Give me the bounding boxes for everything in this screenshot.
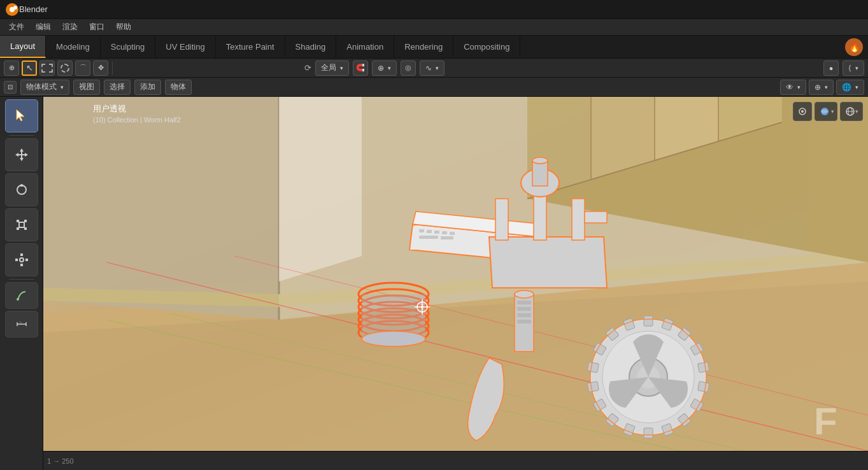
shading-icon xyxy=(818,106,831,117)
toolbar-sep-1 xyxy=(112,62,113,75)
app-title: Blender xyxy=(19,4,48,14)
menu-edit[interactable]: 编辑 xyxy=(31,20,56,34)
annotate-icon xyxy=(15,289,28,302)
menu-file[interactable]: 文件 xyxy=(4,20,29,34)
svg-point-2 xyxy=(13,6,17,10)
title-bar: Blender xyxy=(0,0,868,19)
lasso-select-btn[interactable]: ⌒ xyxy=(75,61,90,76)
menu-window[interactable]: 窗口 xyxy=(84,20,110,34)
viewport-shading-btn2[interactable]: ▾ xyxy=(815,102,837,121)
viewport-overlay-btn[interactable]: ▾ xyxy=(840,102,863,121)
viewport-overlay-top-right: ▾ ▾ xyxy=(793,102,863,121)
overlay-dropdown[interactable]: 🌐 ▾ xyxy=(836,80,864,95)
tool-rotate[interactable] xyxy=(5,173,38,206)
object-menu-btn[interactable]: 物体 xyxy=(165,80,192,95)
svg-point-114 xyxy=(801,110,804,113)
toolbar-right: ● ⟨ ▾ xyxy=(823,61,864,76)
scene-svg: F xyxy=(43,97,868,451)
workspace-tabs-right: 🔥 xyxy=(845,36,868,58)
menu-help[interactable]: 帮助 xyxy=(111,20,136,34)
snap-dropdown[interactable]: ⊕ ▾ xyxy=(372,61,397,76)
tab-modeling[interactable]: Modeling xyxy=(46,36,101,58)
gizmo-dropdown[interactable]: ⊕ ▾ xyxy=(809,80,834,95)
viewport-3d[interactable]: F 用户透视 (10) Collection | Worm Half2 xyxy=(43,97,868,451)
svg-rect-18 xyxy=(20,253,23,256)
tab-shading[interactable]: Shading xyxy=(285,36,337,58)
measure-icon: ▷ xyxy=(15,318,28,331)
svg-rect-72 xyxy=(495,199,508,240)
transform-icon: ⟳ xyxy=(304,63,311,73)
tab-rendering[interactable]: Rendering xyxy=(394,36,453,58)
add-menu-btn[interactable]: 添加 xyxy=(134,80,161,95)
tool-select[interactable] xyxy=(5,99,38,132)
svg-point-23 xyxy=(17,298,19,301)
toolbar-center: ⟳ 全局 ▾ 🧲 ⊕ ▾ ◎ ∿ ▾ xyxy=(304,61,445,76)
svg-rect-21 xyxy=(25,259,28,261)
menu-render[interactable]: 渲染 xyxy=(57,20,83,34)
svg-rect-83 xyxy=(644,316,653,326)
svg-rect-106 xyxy=(517,313,531,317)
select-menu-btn[interactable]: 选择 xyxy=(104,80,131,95)
svg-rect-59 xyxy=(450,232,455,235)
svg-rect-60 xyxy=(419,236,438,239)
svg-rect-55 xyxy=(419,229,424,232)
svg-rect-9 xyxy=(18,154,25,155)
app: Blender 文件 编辑 渲染 窗口 帮助 Layout Modeling S… xyxy=(0,0,868,470)
svg-text:F: F xyxy=(814,400,837,443)
tweak-select-btn[interactable]: ✥ xyxy=(93,61,108,76)
tab-compositing[interactable]: Compositing xyxy=(453,36,520,58)
tool-move[interactable] xyxy=(5,138,38,171)
svg-rect-15 xyxy=(24,220,27,222)
bottom-strip: 1 → 250 xyxy=(43,451,868,470)
svg-marker-3 xyxy=(17,110,24,121)
view-menu-btn[interactable]: 视图 xyxy=(73,80,100,95)
eye-icon xyxy=(797,106,808,117)
svg-rect-96 xyxy=(587,381,599,392)
mode-dropdown-chevron: ▾ xyxy=(60,84,64,90)
select-tool-btn[interactable]: ↖ xyxy=(22,61,37,76)
circle-select-btn[interactable] xyxy=(57,61,73,76)
svg-rect-75 xyxy=(585,211,607,223)
proportional-dropdown[interactable]: ∿ ▾ xyxy=(420,61,445,76)
transform-orientations-btn[interactable]: ⊕ xyxy=(4,61,19,76)
viewport-display-dropdown[interactable]: 👁 ▾ xyxy=(780,80,806,95)
tab-sculpting[interactable]: Sculpting xyxy=(101,36,155,58)
left-toolbar: ▷ xyxy=(0,97,43,470)
svg-rect-97 xyxy=(587,362,599,373)
tool-scale[interactable] xyxy=(5,208,38,241)
svg-rect-57 xyxy=(434,231,439,234)
tool-measure[interactable]: ▷ xyxy=(5,311,38,338)
global-dropdown[interactable]: 全局 ▾ xyxy=(315,61,349,76)
svg-point-111 xyxy=(421,306,423,308)
global-dropdown-chevron: ▾ xyxy=(340,65,343,71)
snap-btn[interactable]: 🧲 xyxy=(353,61,368,76)
tab-uv-editing[interactable]: UV Editing xyxy=(155,36,215,58)
viewport-shading-solid[interactable]: ● xyxy=(823,61,839,76)
svg-marker-7 xyxy=(25,153,28,157)
workspace-tabs: Layout Modeling Sculpting UV Editing Tex… xyxy=(0,36,868,59)
svg-marker-47 xyxy=(279,97,362,281)
rotate-icon xyxy=(14,182,29,197)
tool-annotate[interactable] xyxy=(5,282,38,309)
viewport-main: F 用户透视 (10) Collection | Worm Half2 xyxy=(43,97,868,470)
svg-text:▷: ▷ xyxy=(20,320,22,324)
viewport-shading-rendered-btn[interactable] xyxy=(793,102,812,121)
viewport-shading-dropdown[interactable]: ⟨ ▾ xyxy=(843,61,864,76)
frame-info: 1 → 250 xyxy=(47,457,74,465)
tab-texture-paint[interactable]: Texture Paint xyxy=(216,36,285,58)
svg-rect-88 xyxy=(698,381,709,392)
header-toolbar: ⊕ ↖ ⌒ ✥ ⟳ 全局 ▾ 🧲 ⊕ ▾ xyxy=(0,59,868,78)
proportional-edit-btn[interactable]: ◎ xyxy=(401,61,416,76)
box-select-btn[interactable] xyxy=(39,61,55,76)
svg-rect-14 xyxy=(17,220,19,222)
toolbar-sep-left-2 xyxy=(9,279,34,280)
render-icon[interactable]: 🔥 xyxy=(845,38,863,56)
tool-transform[interactable] xyxy=(5,243,38,276)
mode-icon-btn[interactable]: ⊡ xyxy=(4,81,17,94)
svg-marker-71 xyxy=(489,237,607,288)
tab-animation[interactable]: Animation xyxy=(336,36,394,58)
svg-point-70 xyxy=(362,331,425,346)
tab-layout[interactable]: Layout xyxy=(0,36,46,58)
object-mode-dropdown[interactable]: 物体模式 ▾ xyxy=(20,80,69,95)
svg-marker-5 xyxy=(20,158,24,161)
